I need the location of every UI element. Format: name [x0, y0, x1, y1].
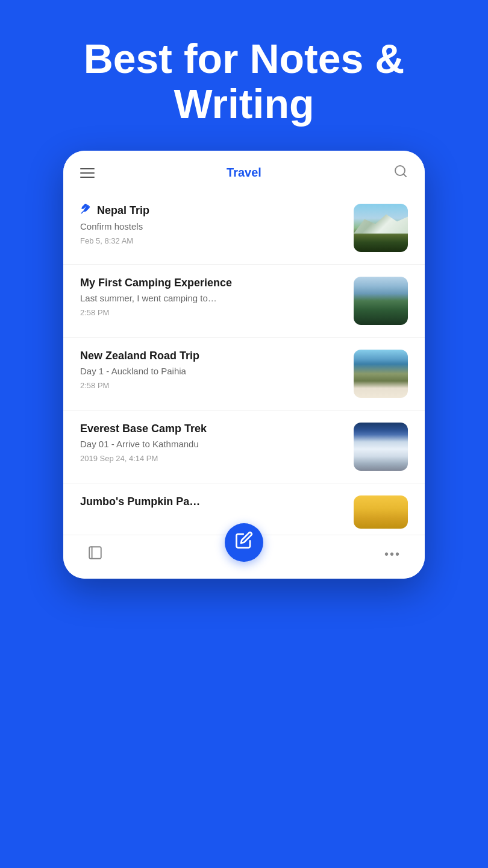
- note-date: 2:58 PM: [80, 381, 344, 390]
- note-preview: Last summer, I went camping to…: [80, 293, 344, 303]
- notebook-icon[interactable]: [87, 545, 103, 564]
- note-thumbnail: [354, 423, 408, 471]
- list-item[interactable]: Nepal Trip Confirm hostels Feb 5, 8:32 A…: [63, 192, 425, 265]
- new-note-fab[interactable]: [225, 523, 263, 562]
- search-icon[interactable]: [393, 164, 408, 182]
- hero-section: Best for Notes & Writing: [0, 0, 488, 151]
- pin-icon: [80, 204, 91, 218]
- edit-icon: [235, 531, 253, 553]
- menu-button[interactable]: [80, 168, 95, 178]
- note-title: New Zealand Road Trip: [80, 350, 199, 362]
- note-title-row: Everest Base Camp Trek: [80, 423, 344, 435]
- note-title-row: Nepal Trip: [80, 204, 344, 218]
- note-thumbnail: [354, 277, 408, 325]
- note-date: 2:58 PM: [80, 308, 344, 317]
- note-content: Jumbo's Pumpkin Pa…: [80, 495, 344, 512]
- svg-line-1: [404, 174, 406, 176]
- list-item[interactable]: Everest Base Camp Trek Day 01 - Arrive t…: [63, 410, 425, 483]
- menu-line-2: [80, 172, 95, 174]
- note-preview: Day 1 - Auckland to Paihia: [80, 366, 344, 376]
- note-thumbnail: [354, 350, 408, 398]
- menu-line-3: [80, 177, 95, 178]
- note-title: Everest Base Camp Trek: [80, 423, 207, 435]
- note-content: My First Camping Experience Last summer,…: [80, 277, 344, 317]
- note-title-row: My First Camping Experience: [80, 277, 344, 289]
- note-preview: Confirm hostels: [80, 221, 344, 231]
- note-date: 2019 Sep 24, 4:14 PM: [80, 454, 344, 463]
- phone-mockup: Travel Nepal Trip: [63, 151, 425, 579]
- note-content: Everest Base Camp Trek Day 01 - Arrive t…: [80, 423, 344, 463]
- note-thumbnail: [354, 204, 408, 252]
- note-content: New Zealand Road Trip Day 1 - Auckland t…: [80, 350, 344, 390]
- note-date: Feb 5, 8:32 AM: [80, 236, 344, 245]
- hero-title: Best for Notes & Writing: [63, 36, 425, 127]
- notes-list: Nepal Trip Confirm hostels Feb 5, 8:32 A…: [63, 192, 425, 535]
- menu-line-1: [80, 168, 95, 169]
- bottom-bar: •••: [63, 535, 425, 579]
- note-title-row: Jumbo's Pumpkin Pa…: [80, 495, 344, 508]
- note-content: Nepal Trip Confirm hostels Feb 5, 8:32 A…: [80, 204, 344, 245]
- note-preview: Day 01 - Arrive to Kathmandu: [80, 439, 344, 449]
- list-item[interactable]: New Zealand Road Trip Day 1 - Auckland t…: [63, 338, 425, 410]
- more-options-icon[interactable]: •••: [384, 547, 401, 561]
- note-title: My First Camping Experience: [80, 277, 232, 289]
- note-title: Nepal Trip: [97, 204, 149, 217]
- svg-rect-2: [89, 547, 101, 559]
- header-title: Travel: [227, 166, 261, 180]
- app-header: Travel: [63, 151, 425, 192]
- note-title-row: New Zealand Road Trip: [80, 350, 344, 362]
- note-thumbnail: [354, 495, 408, 529]
- list-item[interactable]: My First Camping Experience Last summer,…: [63, 265, 425, 338]
- note-title: Jumbo's Pumpkin Pa…: [80, 495, 200, 508]
